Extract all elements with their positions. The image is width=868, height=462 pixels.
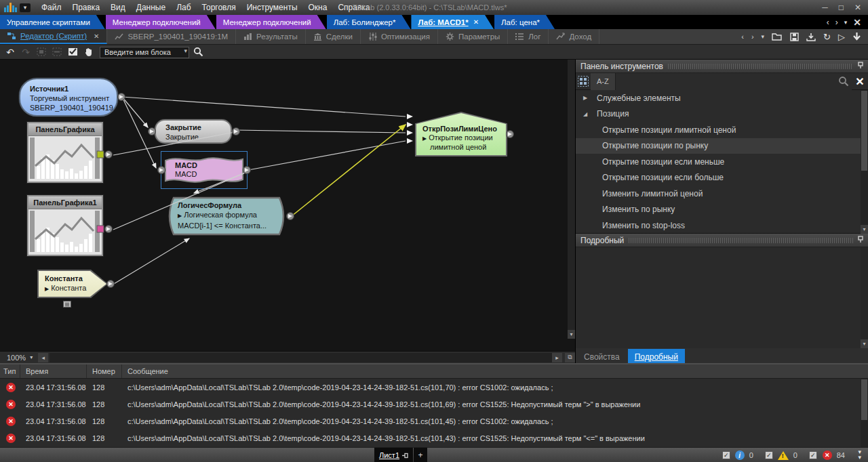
collapsed-icon[interactable]: ▶ <box>583 95 589 101</box>
search-icon[interactable] <box>191 46 205 58</box>
category-view-icon[interactable] <box>576 73 591 90</box>
block-name-dropdown-icon[interactable]: ▾ <box>184 47 187 54</box>
toolbox-close-icon[interactable]: ✕ <box>852 73 868 90</box>
warning-checkbox[interactable]: ✓ <box>765 451 773 459</box>
expander-icon[interactable]: ▶ <box>45 286 49 292</box>
open-folder-icon[interactable] <box>772 33 783 41</box>
tab-optimization[interactable]: Оптимизация <box>361 29 438 44</box>
detail-scrollbar[interactable]: ▾ <box>861 247 868 348</box>
menu-trading[interactable]: Торговля <box>197 0 241 15</box>
close-icon[interactable]: ✕ <box>473 18 479 26</box>
zoom-dropdown-icon[interactable]: ▾ <box>30 354 33 360</box>
zoom-level[interactable]: 100% <box>0 354 30 362</box>
tab-lab-price[interactable]: Лаб: цена* <box>494 15 555 29</box>
log-row[interactable]: ✕ 23.04 17:31:56.08 128 c:\Users\adm\App… <box>0 413 868 429</box>
menu-windows[interactable]: Окна <box>303 0 333 15</box>
pin-icon[interactable] <box>858 236 863 245</box>
menu-file[interactable]: Файл <box>36 0 67 15</box>
doc-dropdown-icon[interactable]: ▾ <box>762 33 765 40</box>
menu-data[interactable]: Данные <box>131 0 171 15</box>
expand-log-icon[interactable]: ▾▾ <box>858 449 861 460</box>
sheet-tab[interactable]: Лист1 <box>374 448 413 462</box>
tab-log[interactable]: Лог <box>508 29 549 44</box>
script-canvas[interactable]: Источник1 Торгуемый инструмент SBERP_190… <box>0 60 575 363</box>
block-name-input[interactable] <box>100 47 189 58</box>
scroll-down-icon[interactable]: ▾ <box>568 330 575 339</box>
tree-item-open-market[interactable]: Открытие позиции по рынку <box>576 138 868 154</box>
error-checkbox[interactable]: ✓ <box>809 451 817 459</box>
close-button[interactable]: ✕ <box>854 3 861 12</box>
canvas-horizontal-scrollbar[interactable] <box>50 353 552 362</box>
expander-icon[interactable]: ▶ <box>422 135 427 142</box>
toolbox-header[interactable]: Панель инструментов <box>576 60 868 73</box>
group-icon[interactable] <box>35 46 48 58</box>
expander-icon[interactable]: ▶ <box>178 213 182 219</box>
tabs-dropdown-icon[interactable]: ▾ <box>844 19 848 26</box>
tab-results[interactable]: Результаты <box>236 29 306 44</box>
close-icon[interactable]: ✕ <box>94 33 99 40</box>
menu-view[interactable]: Вид <box>105 0 131 15</box>
log-row[interactable]: ✕ 23.04 17:31:56.08 128 c:\Users\adm\App… <box>0 379 868 396</box>
detail-header[interactable]: Подробный <box>576 234 868 247</box>
tree-item-open-limit[interactable]: Открытие позиции лимитной ценой <box>576 122 868 138</box>
tab-instrument[interactable]: SBERP_190401_190419:1M <box>107 29 236 44</box>
pin-icon[interactable] <box>858 62 863 70</box>
column-time[interactable]: Время <box>20 364 87 378</box>
tab-lab-macd1[interactable]: Лаб: MACD1*✕ <box>411 15 494 29</box>
scroll-right-icon[interactable]: ▸ <box>552 353 562 362</box>
block-open-position[interactable]: ОткрПозиЛимиЦено ▶Открытие позиции лимит… <box>415 112 507 156</box>
scroll-down-icon[interactable]: ▾ <box>861 339 868 348</box>
play-icon[interactable]: ▷ <box>838 32 845 42</box>
tree-item-change-stoploss[interactable]: Изменить по stop-loss <box>576 217 868 234</box>
menu-lab[interactable]: Лаб <box>171 0 196 15</box>
tabs-scroll-left-icon[interactable]: ‹ <box>827 18 829 27</box>
menu-tools[interactable]: Инструменты <box>241 0 303 15</box>
fit-view-icon[interactable]: ⧉ <box>565 353 575 362</box>
refresh-icon[interactable]: ↻ <box>823 32 831 42</box>
block-source[interactable]: Источник1 Торгуемый инструмент SBERP_190… <box>19 78 118 117</box>
minimize-button[interactable]: ─ <box>822 3 828 12</box>
doc-scroll-left-icon[interactable]: ‹ <box>741 33 744 41</box>
save-icon[interactable] <box>790 33 799 41</box>
tab-parameters[interactable]: Параметры <box>438 29 508 44</box>
tab-editor-script[interactable]: Редактор (Скрипт)✕ <box>0 29 107 44</box>
tab-detailed[interactable]: Подробный <box>628 349 685 363</box>
pin-icon[interactable] <box>402 453 408 459</box>
block-constant[interactable]: Константа ▶Константа <box>37 270 108 298</box>
column-type[interactable]: Тип <box>0 364 20 378</box>
tree-scrollbar[interactable]: ▾ <box>861 90 868 234</box>
block-chart-panel[interactable]: ПанельГрафика <box>27 122 103 183</box>
info-checkbox[interactable]: ✓ <box>722 451 730 459</box>
tab-trades[interactable]: Сделки <box>306 29 361 44</box>
tab-connection-manager-1[interactable]: Менеджер подключений <box>106 15 216 29</box>
tree-group-service[interactable]: ▶Служебные элементы <box>576 90 868 106</box>
tab-properties[interactable]: Свойства <box>577 349 627 363</box>
log-row[interactable]: ✕ 23.04 17:31:56.08 128 c:\Users\adm\App… <box>0 396 868 413</box>
search-icon[interactable] <box>838 76 849 87</box>
canvas-vertical-scrollbar[interactable]: ▾ <box>568 60 575 339</box>
scroll-down-icon[interactable]: ▾ <box>861 225 868 234</box>
scroll-left-icon[interactable]: ◂ <box>38 353 48 362</box>
tab-lab-bollinger[interactable]: Лаб: Болинджер* <box>327 15 411 29</box>
tree-item-open-if-greater[interactable]: Открытие позиции если больше <box>576 170 868 186</box>
tab-income[interactable]: Доход <box>549 29 599 44</box>
tab-connection-manager-2[interactable]: Менеджер подключений <box>216 15 326 29</box>
sort-az-button[interactable]: A-Z <box>591 73 616 90</box>
toolbox-search-input[interactable] <box>616 73 852 90</box>
block-logic-formula[interactable]: ЛогичесФормула ▶Логическая формула MACD[… <box>165 196 288 236</box>
redo-icon[interactable]: ↷ <box>19 46 33 58</box>
tree-item-open-if-less[interactable]: Открытие позиции если меньше <box>576 154 868 170</box>
import-icon[interactable] <box>806 33 816 41</box>
doc-scroll-right-icon[interactable]: › <box>751 33 754 41</box>
log-scrollbar[interactable] <box>861 379 868 448</box>
pan-hand-icon[interactable] <box>81 46 95 58</box>
block-macd[interactable]: MACDMACD <box>164 154 244 186</box>
tree-group-position[interactable]: ◢Позиция <box>576 106 868 123</box>
tree-item-change-limit[interactable]: Изменить лимитной ценой <box>576 186 868 202</box>
block-chart-panel2[interactable]: ПанельГрафика1 <box>27 195 103 256</box>
tray-icon[interactable]: ▾ <box>20 3 31 12</box>
expanded-icon[interactable]: ◢ <box>583 111 589 117</box>
validate-icon[interactable] <box>66 46 79 58</box>
menu-edit[interactable]: Правка <box>67 0 106 15</box>
ungroup-icon[interactable] <box>50 46 64 58</box>
